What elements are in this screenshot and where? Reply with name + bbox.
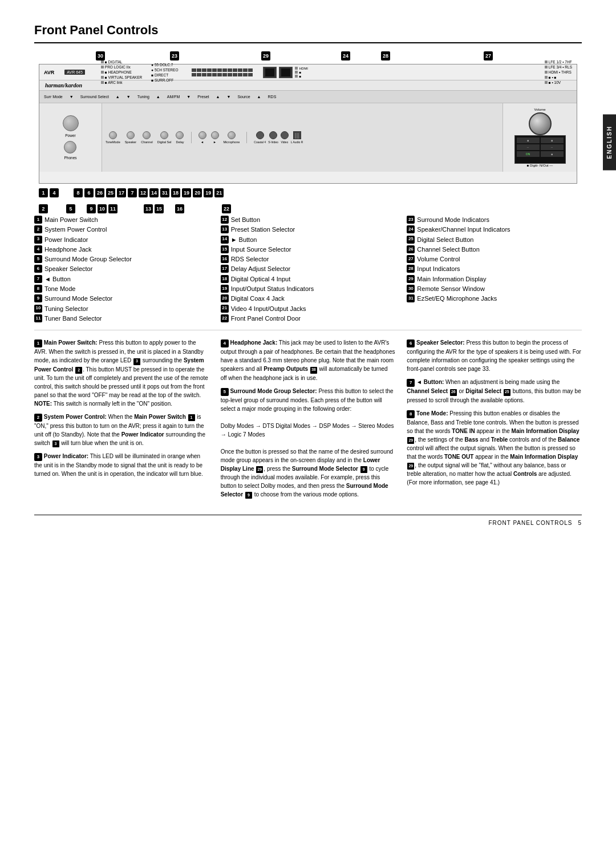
desc-num-4: 4 bbox=[221, 339, 229, 347]
c6: 6 bbox=[84, 188, 94, 197]
digital-sel-btn[interactable] bbox=[160, 131, 168, 139]
c22: 22 bbox=[222, 204, 231, 213]
c17: 17 bbox=[117, 188, 126, 197]
desc-col-1: 1 Main Power Switch: Press this button t… bbox=[34, 338, 209, 503]
leg-text-17: Delay Adjust Selector bbox=[231, 265, 291, 273]
leg-num-29: 29 bbox=[407, 275, 415, 283]
leg-num-5: 5 bbox=[34, 255, 42, 263]
c18: 18 bbox=[171, 188, 180, 197]
leg-num-12: 12 bbox=[221, 216, 229, 224]
c19b: 19 bbox=[204, 188, 213, 197]
leg-num-18: 18 bbox=[221, 275, 229, 283]
descriptions-section: 1 Main Power Switch: Press this button t… bbox=[34, 338, 582, 503]
delay-btn[interactable] bbox=[176, 131, 184, 139]
leg-num-3: 3 bbox=[34, 236, 42, 244]
desc-tone-mode: 8 Tone Mode: Pressing this button enable… bbox=[407, 409, 582, 487]
center-section: ToneMode Speaker Channel Digital Se bbox=[102, 103, 502, 172]
leg-text-11: Tuner Band Selector bbox=[44, 314, 102, 322]
leg-text-15: Input Source Selector bbox=[231, 245, 291, 253]
ref-29b: 29 bbox=[407, 437, 414, 444]
desc-headphone: 4 Headphone Jack: This jack may be used … bbox=[221, 338, 396, 382]
audio-jack[interactable] bbox=[293, 131, 301, 139]
svideo-jack[interactable] bbox=[269, 131, 277, 139]
leg-text-10: Tuning Selector bbox=[44, 305, 88, 313]
left-section: Power Phones bbox=[39, 103, 102, 172]
c4: 4 bbox=[50, 188, 59, 197]
coaxial-jack[interactable] bbox=[256, 131, 264, 139]
fwd-btn[interactable] bbox=[211, 131, 219, 139]
c20: 20 bbox=[193, 188, 202, 197]
volume-label: Volume bbox=[534, 108, 545, 111]
c14: 14 bbox=[149, 188, 159, 197]
phones-btn[interactable] bbox=[64, 141, 76, 153]
ref-2a: 2 bbox=[75, 367, 82, 374]
callout-29: 29 bbox=[261, 51, 270, 60]
callout-23: 23 bbox=[170, 51, 179, 60]
leg-num-22: 22 bbox=[221, 314, 229, 322]
leg-text-13: Preset Station Selector bbox=[231, 225, 295, 233]
leg-text-7: ◄ Button bbox=[44, 275, 71, 283]
desc-col-2: 4 Headphone Jack: This jack may be used … bbox=[221, 338, 396, 503]
back-btn[interactable] bbox=[198, 131, 206, 139]
c11: 11 bbox=[108, 204, 117, 213]
leg-num-20: 20 bbox=[221, 294, 229, 302]
mid-indicators: ● 55 DOLC.7 ● 5CH STEREO ■ DIRECT ■ SURR… bbox=[151, 63, 178, 82]
desc-power-indicator: 3 Power Indicator: This LED will be illu… bbox=[34, 452, 209, 478]
power-btn[interactable] bbox=[63, 115, 79, 131]
leg-text-1: Main Power Switch bbox=[44, 216, 98, 224]
leg-num-7: 7 bbox=[34, 275, 42, 283]
leg-text-24: Speaker/Channel Input Indicators bbox=[417, 225, 510, 233]
leg-text-14: ► Button bbox=[231, 236, 257, 244]
page-container: ENGLISH Front Panel Controls 30 23 29 24… bbox=[0, 0, 616, 549]
c8: 8 bbox=[74, 188, 83, 197]
c19a: 19 bbox=[182, 188, 191, 197]
leg-num-17: 17 bbox=[221, 265, 229, 273]
video-jack[interactable] bbox=[281, 131, 289, 139]
leg-num-14: 14 bbox=[221, 236, 229, 244]
callout-28: 28 bbox=[381, 51, 390, 60]
avr-top-strip: AVR AVR 645 ■ DIGITAL PRO LOGIC IIx ■ HE… bbox=[39, 64, 577, 80]
leg-text-12: Set Button bbox=[231, 216, 260, 224]
c7: 7 bbox=[128, 188, 137, 197]
c21: 21 bbox=[214, 188, 224, 197]
leg-num-24: 24 bbox=[407, 225, 415, 233]
leg-num-11: 11 bbox=[34, 314, 42, 322]
leg-num-4: 4 bbox=[34, 245, 42, 253]
c1: 1 bbox=[39, 188, 48, 197]
leg-text-29: Main Information Display bbox=[417, 275, 486, 283]
display-block-1 bbox=[263, 67, 277, 78]
leg-num-16: 16 bbox=[221, 255, 229, 263]
leg-num-10: 10 bbox=[34, 305, 42, 313]
speaker-btn[interactable] bbox=[127, 131, 135, 139]
volume-knob[interactable] bbox=[529, 112, 552, 135]
display-block-2 bbox=[279, 67, 293, 78]
level-meters bbox=[192, 68, 253, 76]
desc-main-power: 1 Main Power Switch: Press this button t… bbox=[34, 338, 209, 408]
ref-9a: 9 bbox=[360, 466, 367, 473]
channel-btn[interactable] bbox=[143, 131, 151, 139]
microphone-btn[interactable] bbox=[228, 131, 236, 139]
avr-illustration: AVR AVR 645 ■ DIGITAL PRO LOGIC IIx ■ HE… bbox=[39, 64, 577, 184]
leg-text-23: Surround Mode Indicators bbox=[417, 216, 489, 224]
leg-num-26: 26 bbox=[407, 245, 415, 253]
tone-mode-btn[interactable] bbox=[109, 131, 117, 139]
c10: 10 bbox=[98, 204, 107, 213]
desc-num-1: 1 bbox=[34, 339, 42, 347]
leg-text-20: Digital Coax 4 Jack bbox=[231, 294, 285, 302]
leg-num-9: 9 bbox=[34, 294, 42, 302]
callout-27: 27 bbox=[484, 51, 493, 60]
status-indicators: HDMI ■ ■ bbox=[295, 67, 307, 78]
legend-section: 1 Main Power Switch 2 System Power Contr… bbox=[34, 216, 582, 330]
ref-9b: 9 bbox=[245, 492, 252, 499]
leg-text-5: Surround Mode Group Selector bbox=[44, 255, 132, 263]
leg-text-31: EzSet/EQ Microphone Jacks bbox=[417, 294, 497, 302]
leg-num-23: 23 bbox=[407, 216, 415, 224]
footer-text: FRONT PANEL CONTROLS bbox=[488, 520, 572, 526]
ref-29a: 29 bbox=[256, 466, 263, 473]
desc-speaker-selector: 6 Speaker Selector: Press this button to… bbox=[407, 338, 582, 373]
c26: 26 bbox=[95, 188, 104, 197]
leg-text-4: Headphone Jack bbox=[44, 245, 92, 253]
ref-29c: 29 bbox=[407, 463, 414, 470]
leg-num-25: 25 bbox=[407, 236, 415, 244]
leg-num-30: 30 bbox=[407, 285, 415, 293]
